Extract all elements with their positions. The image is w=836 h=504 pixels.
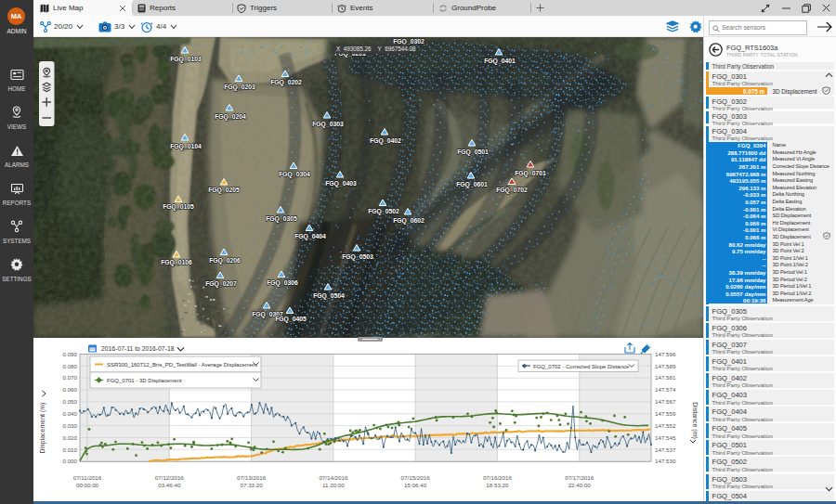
svg-text:147.545: 147.545 <box>655 434 676 441</box>
svg-text:07/15/2016: 07/15/2016 <box>401 474 431 481</box>
svg-text:FGQ_0303: FGQ_0303 <box>312 121 344 128</box>
svg-text:FGQ_0404: FGQ_0404 <box>294 233 326 240</box>
svg-text:0.080: 0.080 <box>63 363 78 369</box>
svg-text:FGQ_0701: FGQ_0701 <box>515 170 546 177</box>
svg-text:0.010: 0.010 <box>63 446 78 453</box>
svg-text:07/11/2016: 07/11/2016 <box>73 474 102 481</box>
svg-text:07:33:20: 07:33:20 <box>241 482 264 488</box>
svg-text:FGQ_0402: FGQ_0402 <box>370 137 401 145</box>
svg-text:03:46:40: 03:46:40 <box>158 482 181 488</box>
svg-text:FGQ_0205: FGQ_0205 <box>208 187 240 194</box>
svg-text:FGQ_0103: FGQ_0103 <box>170 56 202 63</box>
svg-text:X 493085.26 Y 6967544.08: X 493085.26 Y 6967544.08 <box>336 45 416 52</box>
svg-text:FGQ_0202: FGQ_0202 <box>270 79 302 86</box>
svg-text:147.574: 147.574 <box>655 386 676 393</box>
svg-text:FGQ_0504: FGQ_0504 <box>313 292 345 300</box>
svg-text:0.020: 0.020 <box>63 434 78 441</box>
svg-text:FGQ_0105: FGQ_0105 <box>163 203 194 211</box>
svg-text:0.050: 0.050 <box>63 398 78 405</box>
svg-text:FGQ_0206: FGQ_0206 <box>209 257 241 265</box>
svg-text:FGQ_0502: FGQ_0502 <box>368 208 399 215</box>
svg-text:FGQ_0306: FGQ_0306 <box>267 279 298 287</box>
svg-text:147.552: 147.552 <box>655 422 676 429</box>
svg-text:FGQ_0501: FGQ_0501 <box>457 149 489 156</box>
svg-text:FGQ_0106: FGQ_0106 <box>161 259 192 266</box>
svg-text:11:20:00: 11:20:00 <box>322 482 345 488</box>
svg-text:FGQ_0702: FGQ_0702 <box>496 187 528 194</box>
svg-text:Displacement (m): Displacement (m) <box>39 403 46 454</box>
svg-text:07/16/2016: 07/16/2016 <box>483 474 513 481</box>
svg-text:07/17/2016: 07/17/2016 <box>565 474 594 481</box>
svg-text:147.596: 147.596 <box>655 351 676 357</box>
svg-text:FGQ_0405: FGQ_0405 <box>275 316 307 323</box>
svg-text:FGQ_0104: FGQ_0104 <box>170 143 202 150</box>
svg-text:FGQ_0702 - Corrected Slope Dis: FGQ_0702 - Corrected Slope Distance <box>533 364 630 369</box>
svg-text:147.567: 147.567 <box>655 398 676 405</box>
svg-text:0.070: 0.070 <box>63 374 78 381</box>
svg-text:0.090: 0.090 <box>63 351 78 357</box>
svg-text:18:53:20: 18:53:20 <box>486 482 509 488</box>
svg-text:15:06:40: 15:06:40 <box>404 482 427 488</box>
svg-text:Distance (m): Distance (m) <box>691 402 699 439</box>
svg-text:FGQ_0403: FGQ_0403 <box>325 180 357 187</box>
svg-text:FGQ_0207: FGQ_0207 <box>205 280 237 288</box>
svg-text:FGQ_0701 - 3D Displacement: FGQ_0701 - 3D Displacement <box>107 378 182 383</box>
svg-text:0.030: 0.030 <box>63 422 78 429</box>
svg-text:147.559: 147.559 <box>655 410 676 417</box>
svg-text:FGQ_0304: FGQ_0304 <box>279 171 310 178</box>
svg-text:0.060: 0.060 <box>63 386 78 393</box>
svg-text:FGQ_0305: FGQ_0305 <box>266 215 297 223</box>
svg-text:FGQ_0204: FGQ_0204 <box>215 113 246 121</box>
svg-text:147.537: 147.537 <box>655 446 676 453</box>
svg-text:FGQ_0401: FGQ_0401 <box>484 58 516 65</box>
svg-text:FGQ_0602: FGQ_0602 <box>393 217 425 225</box>
svg-text:147.530: 147.530 <box>655 458 676 464</box>
svg-text:FGQ_0302: FGQ_0302 <box>393 38 425 45</box>
svg-text:0.040: 0.040 <box>63 410 78 417</box>
svg-text:00:00:00: 00:00:00 <box>76 482 99 488</box>
svg-text:147.589: 147.589 <box>655 363 676 369</box>
svg-text:0.000: 0.000 <box>63 458 78 464</box>
svg-text:2016-07-11 to 2016-07-18: 2016-07-11 to 2016-07-18 <box>101 345 175 352</box>
svg-text:FGQ_0503: FGQ_0503 <box>342 253 373 261</box>
svg-text:147.581: 147.581 <box>655 374 676 381</box>
svg-text:07/12/2016: 07/12/2016 <box>155 474 185 481</box>
svg-text:07/13/2016: 07/13/2016 <box>237 474 267 481</box>
svg-text:FGQ_0601: FGQ_0601 <box>456 181 488 188</box>
svg-text:07/14/2016: 07/14/2016 <box>319 474 348 481</box>
svg-text:22:40:00: 22:40:00 <box>568 482 592 488</box>
svg-text:FGQ_0203: FGQ_0203 <box>224 84 255 91</box>
svg-text:SSR300_160712_Bris_PD_TestWall: SSR300_160712_Bris_PD_TestWall - Average… <box>107 362 257 368</box>
